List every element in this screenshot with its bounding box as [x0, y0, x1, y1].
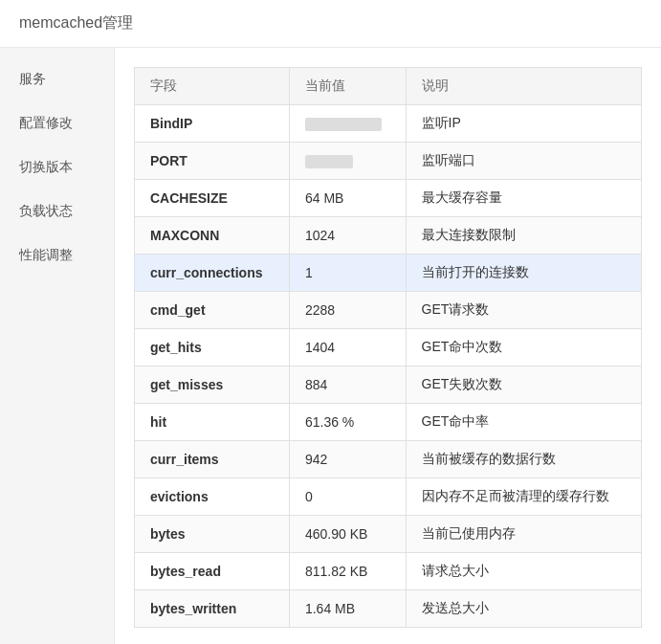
cell-desc: 发送总大小 — [406, 590, 641, 628]
sidebar-item-config[interactable]: 配置修改 — [0, 101, 114, 145]
cell-desc: GET命中次数 — [406, 329, 641, 366]
cell-field: PORT — [135, 143, 290, 180]
sidebar-item-version[interactable]: 切换版本 — [0, 145, 114, 189]
cell-field: bytes_written — [135, 590, 290, 628]
cell-value: 1.64 MB — [289, 590, 406, 628]
col-header-field: 字段 — [135, 68, 290, 105]
main-content: 字段 当前值 说明 BindIP监听IPPORT监听端口CACHESIZE64 … — [115, 48, 661, 644]
table-row: BindIP监听IP — [135, 105, 642, 143]
cell-value: 942 — [289, 441, 406, 478]
cell-value: 460.90 KB — [289, 516, 406, 553]
col-header-desc: 说明 — [406, 68, 641, 105]
table-row: cmd_get2288GET请求数 — [135, 292, 642, 329]
cell-field: curr_connections — [135, 255, 290, 292]
cell-value: 2288 — [289, 292, 406, 329]
cell-field: CACHESIZE — [135, 180, 290, 217]
cell-value: 1404 — [289, 329, 406, 366]
cell-value: 884 — [289, 366, 406, 404]
table-row: bytes460.90 KB当前已使用内存 — [135, 516, 642, 553]
cell-field: get_misses — [135, 366, 290, 404]
cell-desc: 最大连接数限制 — [406, 217, 641, 255]
cell-desc: 当前打开的连接数 — [406, 255, 641, 292]
cell-field: curr_items — [135, 441, 290, 478]
cell-value — [289, 105, 406, 143]
table-row: bytes_written1.64 MB发送总大小 — [135, 590, 642, 628]
cell-desc: 最大缓存容量 — [406, 180, 641, 217]
table-row: get_hits1404GET命中次数 — [135, 329, 642, 366]
cell-field: hit — [135, 404, 290, 441]
cell-desc: 监听端口 — [406, 143, 641, 180]
cell-field: BindIP — [135, 105, 290, 143]
table-row: MAXCONN1024最大连接数限制 — [135, 217, 642, 255]
cell-field: evictions — [135, 478, 290, 516]
cell-desc: GET请求数 — [406, 292, 641, 329]
cell-value: 64 MB — [289, 180, 406, 217]
cell-desc: 请求总大小 — [406, 553, 641, 590]
cell-desc: GET失败次数 — [406, 366, 641, 404]
table-row: hit61.36 %GET命中率 — [135, 404, 642, 441]
table-row: bytes_read811.82 KB请求总大小 — [135, 553, 642, 590]
cell-value: 811.82 KB — [289, 553, 406, 590]
cell-desc: 因内存不足而被清理的缓存行数 — [406, 478, 641, 516]
stats-table: 字段 当前值 说明 BindIP监听IPPORT监听端口CACHESIZE64 … — [134, 67, 642, 628]
cell-desc: 监听IP — [406, 105, 641, 143]
cell-value: 61.36 % — [289, 404, 406, 441]
table-row: curr_items942当前被缓存的数据行数 — [135, 441, 642, 478]
cell-desc: 当前被缓存的数据行数 — [406, 441, 641, 478]
sidebar-item-service[interactable]: 服务 — [0, 57, 114, 101]
cell-field: get_hits — [135, 329, 290, 366]
cell-field: bytes_read — [135, 553, 290, 590]
table-row: get_misses884GET失败次数 — [135, 366, 642, 404]
cell-value: 0 — [289, 478, 406, 516]
cell-field: bytes — [135, 516, 290, 553]
cell-field: MAXCONN — [135, 217, 290, 255]
col-header-value: 当前值 — [289, 68, 406, 105]
cell-desc: 当前已使用内存 — [406, 516, 641, 553]
table-row: CACHESIZE64 MB最大缓存容量 — [135, 180, 642, 217]
cell-field: cmd_get — [135, 292, 290, 329]
cell-value — [289, 143, 406, 180]
cell-value: 1024 — [289, 217, 406, 255]
page-title: memcached管理 — [0, 0, 661, 48]
sidebar-item-perf[interactable]: 性能调整 — [0, 233, 114, 278]
table-row: curr_connections1当前打开的连接数 — [135, 255, 642, 292]
table-row: PORT监听端口 — [135, 143, 642, 180]
table-row: evictions0因内存不足而被清理的缓存行数 — [135, 478, 642, 516]
cell-desc: GET命中率 — [406, 404, 641, 441]
sidebar-item-load[interactable]: 负载状态 — [0, 189, 114, 233]
cell-value: 1 — [289, 255, 406, 292]
sidebar: 服务 配置修改 切换版本 负载状态 性能调整 — [0, 48, 115, 644]
